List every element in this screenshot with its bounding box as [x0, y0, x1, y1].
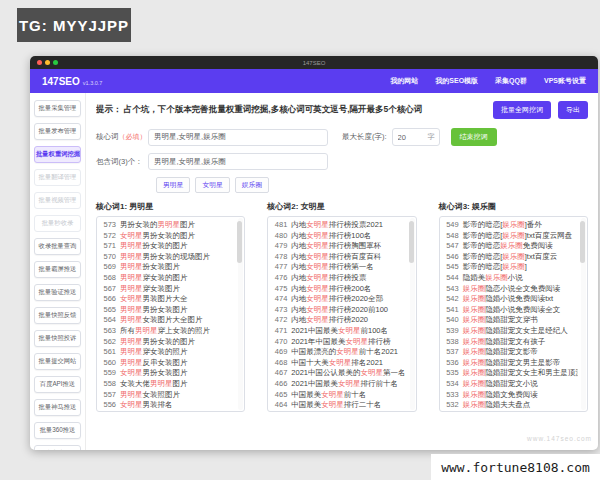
stop-mining-button[interactable]: 结束挖词: [451, 128, 497, 146]
keyword-highlight: 女明星: [338, 326, 361, 335]
keyword-text: 图片: [173, 379, 188, 388]
keyword-text: 隐婚小说免费阅读全文: [485, 305, 560, 314]
keyword-row: 573男扮女装的男明星图片: [101, 220, 235, 231]
core-word-row: 核心词（必填） 最大长度(字): 字 结束挖词: [96, 128, 588, 146]
sidebar-item[interactable]: 批量采集管理: [34, 100, 81, 117]
keyword-chip[interactable]: 娱乐圈: [235, 177, 269, 193]
keyword-index: 564: [101, 315, 116, 326]
keyword-text: 2021中国最美: [291, 379, 338, 388]
core-word-input[interactable]: [148, 129, 328, 146]
keyword-highlight: 娱乐圈: [485, 273, 508, 282]
keyword-row: 532娱乐圈隐婚夫夫盘点: [444, 400, 578, 411]
contains-word-input[interactable]: [148, 153, 328, 170]
keyword-highlight: 女明星: [306, 220, 329, 229]
keyword-highlight: 女明星: [329, 358, 352, 367]
appbar-menu-item[interactable]: 采集QQ群: [495, 76, 527, 86]
keyword-highlight: 男明星: [150, 379, 173, 388]
sidebar-item: 批量视频管理: [34, 192, 81, 209]
keyword-row: 568男明星穿女装的图片: [101, 273, 235, 284]
keyword-index: 558: [101, 379, 116, 390]
keyword-highlight: 女明星: [120, 368, 143, 377]
scrollbar-thumb[interactable]: [237, 221, 242, 263]
sidebar-item[interactable]: 收录批量查询: [34, 238, 81, 255]
keyword-row: 571男明星扮女装的图片: [101, 241, 235, 252]
keyword-row: 562男明星男扮女装的图片: [101, 337, 235, 348]
keyword-text: 内地: [291, 315, 306, 324]
keyword-index: 570: [101, 252, 116, 263]
keyword-row: 563所有男明星穿上女装的照片: [101, 326, 235, 337]
sidebar-item[interactable]: 批量提交网站: [34, 353, 81, 370]
keyword-text: 反串女装图片: [143, 358, 188, 367]
scrollbar-track[interactable]: [238, 218, 243, 410]
keyword-index: 465: [272, 390, 287, 401]
close-window-icon[interactable]: [37, 60, 42, 65]
keyword-list[interactable]: 573男扮女装的男明星图片572女明星男扮女装的图片571男明星扮女装的图片57…: [96, 216, 245, 412]
keyword-row: 567男明星穿女装图片: [101, 284, 235, 295]
sidebar-item[interactable]: 百度API推送: [34, 376, 81, 393]
keyword-row: 465中国最美女明星前十名: [272, 390, 406, 401]
sidebar-item[interactable]: 批量验证推送: [34, 284, 81, 301]
keyword-chip[interactable]: 男明星: [156, 177, 190, 193]
sidebar-item[interactable]: 批量发布管理: [34, 123, 81, 140]
tg-contact-badge: TG: MYYJJPP: [17, 8, 131, 42]
scrollbar-track[interactable]: [581, 218, 586, 410]
keyword-text: 扮女装图片: [143, 262, 181, 271]
window-titlebar[interactable]: 147SEO: [30, 56, 598, 69]
keyword-text: 隐婚甜宠文穿书: [485, 315, 538, 324]
keyword-text: 中国最美: [291, 400, 321, 409]
sidebar-item[interactable]: 批量快照投诉: [34, 330, 81, 347]
keyword-text: 男装图片大全: [143, 294, 188, 303]
keyword-row: 540娱乐圈隐婚甜宠文穿书: [444, 315, 578, 326]
appbar-menu-item[interactable]: 我的SEO模版: [435, 76, 478, 86]
sidebar-item[interactable]: 批量360推送: [34, 422, 81, 439]
scrollbar-track[interactable]: [410, 218, 415, 410]
keyword-text: 穿上女装的照片: [158, 326, 211, 335]
keyword-text: 穿女装图片: [143, 284, 181, 293]
keyword-row: 4702021年中国最美女明星排行榜: [272, 337, 406, 348]
keyword-list[interactable]: 549影帝的暗恋[娱乐圈]番外548影帝的暗恋[娱乐圈]txt百度云网盘547影…: [439, 216, 588, 412]
main-content: 提示： 占个坑，下个版本完善批量权重词挖掘,多核心词可英文逗号,隔开最多5个核心…: [86, 93, 598, 450]
keyword-list[interactable]: 481内地女明星排行榜投票2021480内地女明星排行榜100名479内地女明星…: [267, 216, 416, 412]
keyword-text: 影帝的暗恋[: [463, 252, 503, 261]
scrollbar-thumb[interactable]: [409, 221, 414, 263]
keyword-index: 567: [101, 284, 116, 295]
window-body: 批量采集管理批量发布管理批量权重词挖掘批量翻译管理批量视频管理批量秒收录收录批量…: [30, 93, 598, 450]
sidebar-item[interactable]: 批量霸屏推送: [34, 261, 81, 278]
keyword-index: 563: [101, 326, 116, 337]
app-logo: 147SEO: [42, 76, 80, 87]
keyword-highlight: 娱乐圈: [463, 305, 486, 314]
keyword-text: 影帝的暗恋[: [463, 220, 503, 229]
keyword-text: 影帝的暗恋: [463, 241, 501, 250]
sidebar-item[interactable]: 批量权重词挖掘: [34, 146, 81, 163]
keyword-chip[interactable]: 女明星: [195, 177, 229, 193]
keyword-text: 影帝的暗恋[: [463, 231, 503, 240]
sidebar-nav: 批量采集管理批量发布管理批量权重词挖掘批量翻译管理批量视频管理批量秒收录收录批量…: [30, 93, 86, 450]
keyword-index: 561: [101, 347, 116, 358]
keyword-text: ]: [525, 262, 527, 271]
sidebar-item[interactable]: 链接生成工具: [34, 445, 81, 450]
keyword-index: 540: [444, 315, 459, 326]
keyword-highlight: 女明星: [306, 294, 329, 303]
contains-word-row: 包含词(3)个：: [96, 153, 588, 170]
keyword-highlight: 男明星: [158, 220, 181, 229]
sidebar-item[interactable]: 批量神马推送: [34, 399, 81, 416]
keyword-index: 548: [444, 231, 459, 242]
sidebar-item[interactable]: 批量快照反馈: [34, 307, 81, 324]
keyword-text: 内地: [291, 220, 306, 229]
keyword-index: 467: [272, 368, 287, 379]
batch-mine-all-button[interactable]: 批量全网挖词: [493, 101, 551, 119]
minimize-window-icon[interactable]: [45, 60, 50, 65]
keyword-highlight: 娱乐圈: [463, 347, 486, 356]
keyword-highlight: 男明星: [120, 358, 143, 367]
keyword-highlight: 女明星: [338, 379, 361, 388]
scrollbar-thumb[interactable]: [580, 221, 585, 263]
zoom-window-icon[interactable]: [53, 60, 58, 65]
keyword-text: 隐婚甜宠文小说: [485, 379, 538, 388]
window-controls[interactable]: [37, 60, 58, 65]
keyword-text: 排行榜投票: [329, 273, 367, 282]
export-button[interactable]: 导出: [558, 101, 588, 119]
keyword-index: 535: [444, 368, 459, 379]
appbar-menu-item[interactable]: VPS账号设置: [544, 76, 586, 86]
appbar-menu-item[interactable]: 我的网站: [390, 76, 418, 86]
max-length-input[interactable]: [393, 133, 424, 142]
